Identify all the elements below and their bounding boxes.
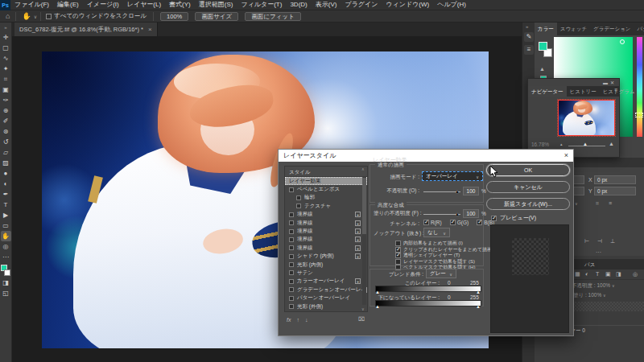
channel-checkbox[interactable]: G(G) [450,220,469,225]
preview-checkbox-row[interactable]: プレビュー(V) [491,214,536,222]
blend-mode-dropdown[interactable]: オーバーレイ∨ [422,171,483,181]
x-field[interactable]: 0 px [594,175,636,184]
panel-tab[interactable]: ヒストグラム [600,86,638,97]
style-checkbox[interactable] [289,279,294,284]
tool-button[interactable]: ▭ [1,220,11,231]
style-checkbox[interactable] [289,237,294,242]
cancel-button[interactable]: キャンセル [486,181,570,193]
tool-button[interactable]: ✑ [1,95,11,105]
color-field-marker[interactable] [620,39,625,44]
panel-tab[interactable]: ナビゲーター [528,86,567,97]
tool-button[interactable]: ⊕ [1,105,11,116]
tool-button[interactable]: ▢ [1,43,11,53]
menu-item[interactable]: 3D(D) [286,0,311,10]
style-list-item[interactable]: 境界線 + [285,211,367,219]
filter-smartobject-icon[interactable]: ◨ [616,271,621,278]
menu-item[interactable]: フィルター(T) [237,0,286,10]
dialog-close-icon[interactable]: × [564,151,568,159]
document-tab[interactable]: DSC_6782-復元.tif @ 16.8%(手動, RGB/16*) * × [14,23,158,36]
filter-pixel-icon[interactable]: ▦ [575,271,580,278]
menu-item[interactable]: 書式(Y) [165,0,195,10]
zoom-preset-button[interactable]: 100% [160,12,188,21]
navigator-thumbnail[interactable] [558,100,615,136]
menu-item[interactable]: ヘルプ(H) [433,0,470,10]
channel-checkbox[interactable]: R(R) [423,220,442,225]
opacity-slider-thumb[interactable]: ▲ [455,189,460,194]
height-field-partial[interactable] [574,187,584,195]
move-up-icon[interactable]: ↑ [296,317,299,323]
underlying-white-thumb[interactable]: ▲ [476,304,481,309]
style-checkbox[interactable] [296,195,301,200]
style-list-item[interactable]: ベベルとエンボス + [285,185,367,193]
style-list-item[interactable]: 光彩 (内側) + [285,261,367,269]
tool-button[interactable]: ▱ [1,147,11,158]
align-center-icon[interactable]: ⊣ [597,238,602,245]
hue-slider-marker[interactable] [635,113,643,117]
brush-settings-panel-icon[interactable]: ✎ [524,32,534,42]
tool-button[interactable]: ✋ [1,231,11,241]
tool-button[interactable]: ↺ [1,137,11,147]
gamut-warning-icon[interactable]: ▲ [539,66,545,72]
knockout-dropdown[interactable]: なし∨ [423,228,450,237]
screen-mode-icon[interactable]: ◱ [1,288,11,298]
style-checkbox[interactable] [289,296,294,301]
navigator-zoom-thumb[interactable]: ▲ [583,142,588,146]
style-list-item[interactable]: パターンオーバーレイ + [285,294,367,302]
style-list-item[interactable]: 輪郭 + [285,194,367,202]
tool-button[interactable]: ◐ [1,179,11,189]
panel-tab[interactable]: スウォッチ [557,23,590,35]
fill-opacity-slider-thumb[interactable]: ▲ [455,212,460,216]
transform-link-icon[interactable]: ⌗ [596,200,599,207]
tool-button[interactable]: ✛ [1,32,11,43]
tab-close-icon[interactable]: × [148,26,152,33]
panel-menu-icon[interactable]: ≡ [614,87,617,93]
preview-checkbox[interactable] [491,216,497,221]
style-checkbox[interactable] [289,254,294,259]
filter-pin-icon[interactable]: ◎ [633,271,638,278]
style-list-item[interactable]: レイヤー効果 + [285,177,367,185]
style-checkbox[interactable] [289,270,294,275]
adjustments-panel-icon[interactable]: ≡ [524,45,534,55]
style-list-item[interactable]: 境界線 + [285,227,367,235]
scroll-up-icon[interactable]: ∧ [361,167,365,171]
add-effect-icon[interactable]: + [366,287,368,293]
fill-caret-icon[interactable]: ∨ [603,293,606,298]
fx-icon[interactable]: fx [287,317,291,323]
style-list-item[interactable]: テクスチャ + [285,202,367,210]
tool-button[interactable]: ▣ [1,84,11,95]
panel-minimize-icon[interactable]: ▬ [603,80,610,85]
layers-fill-row[interactable]: 塗り : 100% ∨ [573,292,606,299]
delete-effect-icon[interactable]: ⌧ [358,316,365,323]
tool-preset-caret-icon[interactable]: ∨ [34,14,37,19]
tool-button[interactable]: ✒ [1,189,11,200]
add-effect-icon[interactable]: + [355,278,361,284]
menu-item[interactable]: 編集(E) [53,0,83,10]
style-list-item[interactable]: 境界線 + [285,236,367,244]
tool-button[interactable]: ✐ [1,116,11,126]
tab-paths[interactable]: パス [584,259,595,269]
style-checkbox[interactable] [289,229,294,234]
background-color-swatch[interactable] [4,269,10,276]
this-layer-gradient[interactable] [375,286,481,292]
menu-item[interactable]: ウィンドウ(W) [382,0,433,10]
add-effect-icon[interactable]: + [355,220,361,226]
blend-if-dropdown[interactable]: グレー∨ [426,269,456,278]
styles-scrollbar[interactable] [362,176,366,305]
move-down-icon[interactable]: ↓ [305,317,308,323]
tool-button[interactable]: ⋯ [1,252,11,262]
tool-button[interactable]: ✦ [1,64,11,74]
style-list-item[interactable]: カラーオーバーレイ + [285,278,367,286]
tool-button[interactable]: T [1,200,11,210]
zoom-preset-button[interactable]: 画面サイズ [195,12,238,21]
filter-type-icon[interactable]: T [596,271,599,277]
menu-item[interactable]: 選択範囲(S) [195,0,237,10]
layers-opacity-row[interactable]: 不透明度 : 100% ∨ [572,282,615,290]
fill-opacity-value[interactable]: 100 [463,209,479,218]
style-checkbox[interactable] [289,187,294,192]
quick-mask-icon[interactable]: ◨ [1,278,11,288]
panel-close-icon[interactable]: ✕ [610,80,617,85]
foreground-color-swatch[interactable] [539,42,547,51]
scroll-down-icon[interactable]: ∨ [361,306,365,311]
new-style-button[interactable]: 新規スタイル(W)... [486,198,570,210]
align-right-icon[interactable]: ⊥ [610,238,615,245]
